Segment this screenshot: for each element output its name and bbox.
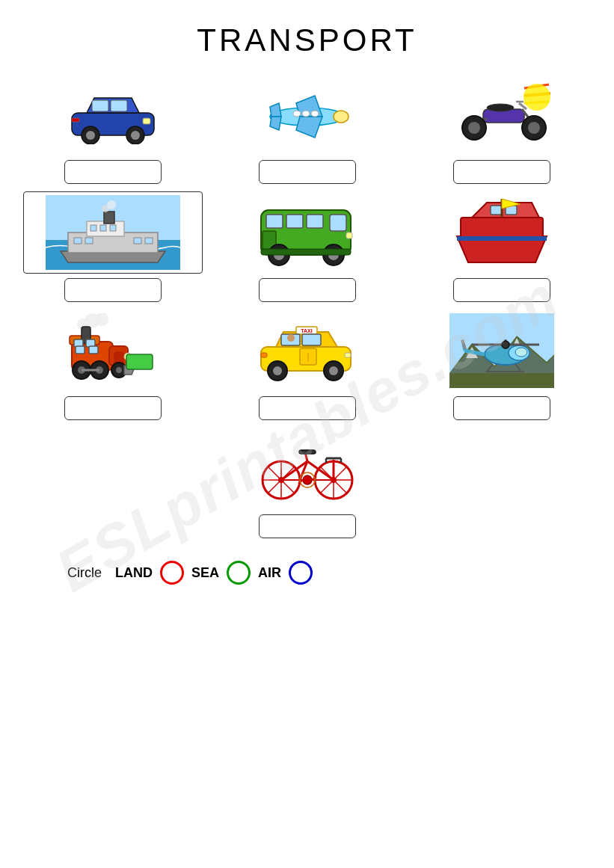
svg-rect-41 — [104, 212, 114, 224]
svg-point-43 — [107, 200, 116, 209]
svg-point-97 — [287, 334, 295, 342]
taxi-image: TAXI — [218, 310, 397, 392]
svg-rect-8 — [143, 118, 150, 124]
car-image — [23, 73, 203, 156]
transport-item-motorcycle — [412, 73, 592, 184]
svg-rect-105 — [261, 353, 267, 357]
svg-point-5 — [86, 131, 95, 140]
svg-rect-61 — [461, 218, 543, 238]
svg-point-16 — [311, 111, 319, 117]
svg-point-147 — [303, 475, 312, 484]
air-circle-icon — [289, 561, 313, 585]
svg-rect-2 — [92, 100, 108, 111]
svg-point-119 — [502, 341, 509, 348]
legend-land-label: LAND — [115, 565, 153, 581]
svg-rect-90 — [126, 354, 153, 369]
land-circle-icon — [160, 561, 184, 585]
bicycle-svg — [259, 431, 356, 506]
boat-svg — [449, 195, 554, 270]
svg-marker-14 — [270, 103, 281, 117]
airplane-image — [218, 73, 397, 156]
boat-label-box[interactable] — [453, 278, 550, 302]
svg-rect-46 — [134, 238, 141, 244]
svg-rect-63 — [491, 206, 502, 215]
svg-point-26 — [487, 104, 514, 111]
transport-item-helicopter — [412, 310, 592, 420]
svg-rect-45 — [85, 238, 93, 244]
svg-rect-50 — [266, 215, 283, 228]
transport-grid: TAXI — [23, 73, 592, 538]
legend-sea-label: SEA — [191, 565, 219, 581]
bicycle-label-box[interactable] — [259, 514, 356, 538]
svg-rect-96 — [302, 334, 321, 345]
svg-rect-77 — [76, 346, 85, 354]
svg-point-101 — [273, 366, 282, 375]
svg-point-85 — [116, 367, 122, 373]
motorcycle-svg — [453, 81, 550, 148]
page: ESLprintables.com TRANSPORT — [0, 0, 614, 868]
svg-rect-3 — [111, 100, 127, 111]
taxi-svg: TAXI — [255, 317, 360, 384]
car-svg — [68, 84, 158, 144]
page-title: TRANSPORT — [22, 22, 592, 58]
motorcycle-image — [412, 73, 592, 156]
svg-rect-59 — [261, 249, 351, 255]
svg-rect-58 — [346, 233, 352, 238]
train-label-box[interactable] — [64, 396, 162, 420]
svg-point-103 — [329, 366, 338, 375]
svg-point-7 — [131, 131, 140, 140]
airplane-label-box[interactable] — [259, 160, 356, 184]
train-image — [23, 310, 203, 392]
train-svg — [61, 313, 165, 388]
svg-rect-38 — [90, 225, 96, 231]
airplane-svg — [255, 81, 360, 148]
legend-prefix: Circle — [67, 565, 102, 581]
transport-item-airplane — [218, 73, 397, 184]
taxi-label-box[interactable] — [259, 396, 356, 420]
svg-rect-39 — [100, 225, 106, 231]
legend-air-label: AIR — [258, 565, 281, 581]
transport-item-ship — [23, 191, 203, 302]
sea-circle-icon — [227, 561, 251, 585]
transport-item-train — [23, 310, 203, 420]
svg-marker-15 — [270, 117, 281, 130]
ship-image — [23, 191, 203, 274]
svg-point-11 — [334, 111, 349, 123]
svg-rect-44 — [74, 238, 82, 244]
transport-item-bicycle — [218, 428, 397, 538]
svg-point-30 — [528, 122, 540, 134]
transport-item-boat — [412, 191, 592, 302]
svg-rect-49 — [330, 215, 346, 231]
svg-point-123 — [515, 348, 527, 357]
svg-point-17 — [302, 111, 310, 117]
svg-rect-104 — [345, 353, 351, 357]
svg-point-28 — [468, 122, 480, 134]
svg-point-18 — [293, 111, 301, 117]
svg-rect-65 — [457, 236, 547, 241]
bus-label-box[interactable] — [259, 278, 356, 302]
svg-point-22 — [524, 84, 550, 111]
svg-rect-142 — [299, 450, 316, 454]
svg-marker-13 — [296, 117, 322, 138]
transport-item-taxi: TAXI — [218, 310, 397, 420]
bus-image — [218, 191, 397, 274]
svg-rect-40 — [110, 225, 116, 231]
ship-svg — [46, 195, 180, 270]
svg-rect-51 — [286, 215, 303, 228]
svg-rect-52 — [307, 215, 323, 228]
transport-item-car — [23, 73, 203, 184]
ship-label-box[interactable] — [64, 278, 162, 302]
svg-text:TAXI: TAXI — [301, 328, 312, 333]
svg-rect-78 — [89, 346, 98, 354]
motorcycle-label-box[interactable] — [453, 160, 550, 184]
legend: Circle LAND SEA AIR — [67, 561, 592, 585]
helicopter-label-box[interactable] — [453, 396, 550, 420]
bus-svg — [255, 195, 360, 270]
svg-rect-9 — [72, 118, 79, 122]
car-label-box[interactable] — [64, 160, 162, 184]
helicopter-image — [412, 310, 592, 392]
boat-image — [412, 191, 592, 274]
helicopter-svg — [449, 313, 554, 388]
transport-item-bus — [218, 191, 397, 302]
bicycle-image — [218, 428, 397, 510]
